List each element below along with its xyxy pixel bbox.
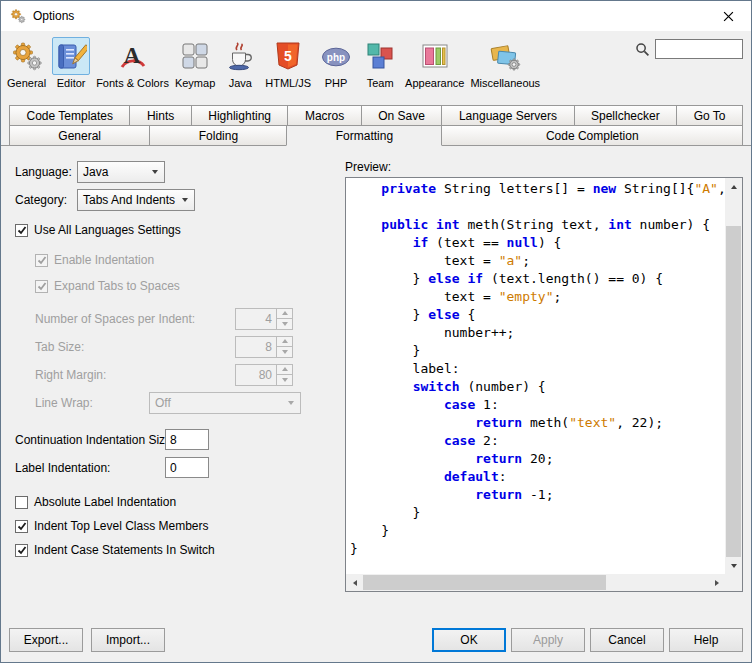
options-app-icon	[10, 8, 26, 24]
code-line: number++;	[350, 324, 725, 342]
cancel-button[interactable]: Cancel	[590, 628, 664, 652]
tab-row-2: GeneralFoldingFormattingCode Completion	[9, 125, 743, 146]
label-indent-input[interactable]	[165, 457, 209, 478]
toolbar-item-appearance[interactable]: Appearance	[403, 36, 466, 90]
close-button[interactable]	[705, 1, 751, 31]
checkbox-label: Use All Languages Settings	[34, 223, 181, 237]
gears-icon	[8, 37, 46, 75]
indent-case-checkbox[interactable]: Indent Case Statements In Switch	[15, 541, 335, 559]
code-line	[350, 198, 725, 216]
continuation-indent-label: Continuation Indentation Size:	[15, 433, 165, 447]
checkbox-label: Absolute Label Indentation	[34, 495, 176, 509]
fonts-colors-icon: A	[114, 37, 152, 75]
code-line: label:	[350, 360, 725, 378]
category-select[interactable]: Tabs And Indents	[77, 189, 195, 211]
code-line: case 2:	[350, 432, 725, 450]
toolbar-item-general[interactable]: General	[5, 36, 48, 90]
toolbar-item-label: Team	[367, 77, 394, 89]
spinner-down-icon	[277, 346, 292, 357]
code-line: }	[350, 504, 725, 522]
code-line: if (text == null) {	[350, 234, 725, 252]
window-title: Options	[33, 9, 74, 23]
tab-size-label: Tab Size:	[35, 340, 235, 354]
tab-code-completion[interactable]: Code Completion	[441, 125, 743, 146]
preview-editor: private String letters[] = new String[]{…	[345, 177, 743, 592]
checkbox-label: Enable Indentation	[54, 253, 154, 267]
line-wrap-value: Off	[155, 396, 171, 410]
tab-formatting[interactable]: Formatting	[286, 125, 442, 146]
code-line: text = "a";	[350, 252, 725, 270]
indent-top-level-checkbox[interactable]: Indent Top Level Class Members	[15, 517, 335, 535]
toolbar-item-label: PHP	[325, 77, 348, 89]
code-line: return meth("text", 22);	[350, 414, 725, 432]
search-input[interactable]	[655, 39, 743, 59]
spinner-value: 8	[236, 337, 276, 357]
continuation-indent-input[interactable]	[165, 429, 209, 450]
apply-button: Apply	[511, 628, 585, 652]
ok-button[interactable]: OK	[432, 628, 506, 652]
checkbox-label: Indent Case Statements In Switch	[34, 543, 215, 557]
toolbar-item-php[interactable]: phpPHP	[315, 36, 357, 90]
horizontal-scrollbar[interactable]	[346, 574, 725, 591]
scrollbar-corner	[725, 574, 742, 591]
scroll-up-icon[interactable]	[725, 178, 742, 195]
scroll-left-icon[interactable]	[346, 574, 363, 591]
toolbar-item-keymap[interactable]: Keymap	[173, 36, 217, 90]
spinner-up-icon	[277, 309, 292, 319]
tab-general[interactable]: General	[9, 125, 150, 146]
tab-go-to[interactable]: Go To	[676, 105, 743, 126]
code-line: return 20;	[350, 450, 725, 468]
absolute-label-indent-checkbox[interactable]: Absolute Label Indentation	[15, 493, 335, 511]
language-select[interactable]: Java	[77, 161, 165, 183]
spinner-down-icon	[277, 318, 292, 329]
tab-on-save[interactable]: On Save	[361, 105, 443, 126]
search-area	[635, 39, 743, 59]
chevron-down-icon	[177, 191, 193, 209]
code-line: } else {	[350, 306, 725, 324]
toolbar-item-team[interactable]: Team	[359, 36, 401, 90]
toolbar-item-html-js[interactable]: 5HTML/JS	[263, 36, 313, 90]
spinner-up-icon	[277, 365, 292, 375]
code-line: }	[350, 342, 725, 360]
tab-macros[interactable]: Macros	[287, 105, 361, 126]
java-cup-icon	[221, 37, 259, 75]
tab-folding[interactable]: Folding	[149, 125, 287, 146]
export-button[interactable]: Export...	[9, 628, 83, 652]
toolbar-item-fonts-colors[interactable]: AFonts & Colors	[94, 36, 171, 90]
chevron-down-icon	[147, 163, 163, 181]
php-icon: php	[317, 37, 355, 75]
code-preview[interactable]: private String letters[] = new String[]{…	[346, 178, 725, 574]
tab-language-servers[interactable]: Language Servers	[441, 105, 574, 126]
spaces-per-indent-label: Number of Spaces per Indent:	[35, 312, 235, 326]
tab-code-templates[interactable]: Code Templates	[9, 105, 130, 126]
tab-highlighting[interactable]: Highlighting	[191, 105, 289, 126]
vertical-scroll-thumb[interactable]	[726, 226, 741, 557]
code-line: default:	[350, 468, 725, 486]
tab-spellchecker[interactable]: Spellchecker	[574, 105, 678, 126]
label-indent-label: Label Indentation:	[15, 461, 165, 475]
spinner-value: 80	[236, 365, 276, 385]
horizontal-scroll-thumb[interactable]	[363, 575, 606, 590]
toolbar-item-miscellaneous[interactable]: Miscellaneous	[468, 36, 542, 90]
toolbar-item-label: Fonts & Colors	[96, 77, 169, 89]
scroll-down-icon[interactable]	[725, 557, 742, 574]
toolbar-item-label: HTML/JS	[265, 77, 311, 89]
checkbox-box	[15, 544, 28, 557]
enable-indentation-checkbox: Enable Indentation	[15, 251, 335, 269]
tab-hints[interactable]: Hints	[129, 105, 191, 126]
editor-icon	[52, 37, 90, 75]
import-button[interactable]: Import...	[91, 628, 165, 652]
toolbar-item-label: Keymap	[175, 77, 215, 89]
right-margin-label: Right Margin:	[35, 368, 235, 382]
line-wrap-label: Line Wrap:	[35, 396, 149, 410]
toolbar-item-editor[interactable]: Editor	[50, 36, 92, 90]
scroll-right-icon[interactable]	[708, 574, 725, 591]
toolbar-item-java[interactable]: Java	[219, 36, 261, 90]
html5-icon: 5	[269, 37, 307, 75]
chevron-down-icon	[283, 394, 299, 412]
vertical-scrollbar[interactable]	[725, 178, 742, 574]
options-dialog: Options GeneralEditorAFonts & ColorsKeym…	[0, 0, 752, 663]
help-button[interactable]: Help	[669, 628, 743, 652]
checkbox-box	[15, 520, 28, 533]
use-all-languages-checkbox[interactable]: Use All Languages Settings	[15, 221, 335, 239]
